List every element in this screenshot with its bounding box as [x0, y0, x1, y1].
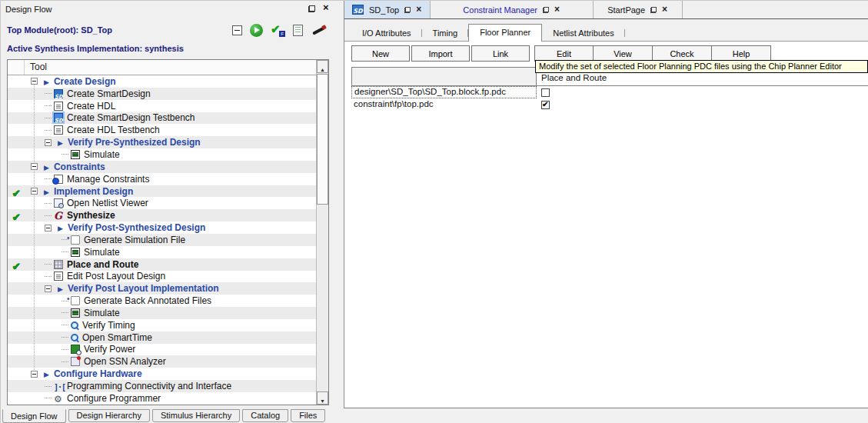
collapse-box-icon[interactable] [31, 78, 38, 85]
tree-row-implement-design[interactable]: Implement Design [8, 185, 316, 198]
simulate-icon [71, 308, 80, 318]
tree-row-status [8, 186, 25, 197]
help-button[interactable]: Help [712, 45, 771, 62]
tree-row-manage-constraints[interactable]: Manage Constraints [8, 173, 316, 185]
hdl-document-icon [54, 271, 63, 281]
tree-connector [62, 251, 68, 252]
design-flow-tree-frame: Tool Create DesignCreate SmartDesignCrea… [7, 59, 329, 405]
close-tab-icon[interactable] [416, 6, 422, 14]
tree-row-verify-pre-synthesized-design[interactable]: Verify Pre-Synthesized Design [8, 136, 316, 148]
tree-row-generate-back-annotated-files[interactable]: Generate Back Annotated Files [8, 295, 316, 307]
tree-row-programming-connectivity-and-interface[interactable]: Programming Connectivity and Interface [8, 380, 316, 392]
bottom-tab-design-hierarchy[interactable]: Design Hierarchy [68, 409, 150, 422]
tree-scrollbar[interactable] [316, 60, 328, 405]
tree-row-content: Create HDL Testbench [25, 125, 160, 135]
tree-item-label: Verify Post Layout Implementation [68, 283, 219, 294]
tree-status-column-header [8, 60, 25, 75]
tree-row-create-smartdesign[interactable]: Create SmartDesign [8, 88, 316, 100]
tree-item-label: Verify Pre-Synthesized Design [68, 137, 201, 148]
scroll-down-icon[interactable] [317, 391, 328, 405]
tree-item-label: Verify Power [84, 344, 135, 355]
tree-connector [62, 349, 68, 350]
tab-timing[interactable]: Timing [422, 25, 469, 41]
tree-row-constraints[interactable]: Constraints [8, 161, 316, 173]
tab-netlist-attributes[interactable]: Netlist Attributes [542, 25, 624, 41]
verify-icon[interactable] [271, 24, 285, 36]
edit-button[interactable]: Edit [534, 45, 594, 62]
category-arrow-icon [58, 137, 63, 148]
import-button[interactable]: Import [411, 45, 470, 62]
tree-row-open-smarttime[interactable]: Open SmartTime [8, 331, 316, 344]
tree-connector [45, 178, 52, 179]
tree-row-simulate[interactable]: Simulate [8, 307, 316, 319]
tree-row-create-hdl-testbench[interactable]: Create HDL Testbench [8, 124, 316, 136]
tree-row-create-design[interactable]: Create Design [8, 75, 316, 88]
bottom-tab-catalog[interactable]: Catalog [242, 409, 288, 422]
collapse-box-icon[interactable] [45, 225, 52, 231]
top-module-label: Top Module(root): SD_Top [7, 25, 112, 35]
tab-i-o-attributes[interactable]: I/O Attributes [351, 25, 422, 41]
tree-row-content: Configure Hardware [25, 368, 142, 379]
ssn-analyzer-icon [71, 357, 80, 366]
float-panel-icon[interactable] [308, 5, 315, 12]
tree-row-verify-power[interactable]: Verify Power [8, 344, 316, 356]
tab-floor-planner[interactable]: Floor Planner [468, 24, 542, 42]
collapse-all-icon[interactable] [232, 25, 242, 35]
place-and-route-checkbox[interactable] [541, 101, 550, 109]
category-arrow-icon [44, 186, 49, 197]
close-panel-icon[interactable] [323, 5, 330, 12]
run-icon[interactable] [250, 24, 263, 37]
tree-row-synthesize[interactable]: Synthesize [8, 209, 316, 221]
tree-row-create-hdl[interactable]: Create HDL [8, 100, 316, 112]
tree-row-create-smartdesign-testbench[interactable]: Create SmartDesign Testbench [8, 112, 316, 125]
collapse-box-icon[interactable] [31, 371, 38, 378]
float-tab-icon[interactable] [404, 7, 411, 13]
document-tab-startpage[interactable]: StartPage [594, 1, 683, 18]
document-tab-sd-top[interactable]: SD_Top [344, 1, 431, 18]
new-button[interactable]: New [351, 45, 410, 62]
scrollbar-thumb[interactable] [317, 74, 328, 205]
tree-row-content: Configure Programmer [25, 393, 161, 404]
tree-row-place-and-route[interactable]: Place and Route [8, 258, 316, 271]
reports-icon[interactable] [293, 25, 303, 36]
bottom-tab-files[interactable]: Files [291, 409, 325, 422]
tree-row-status [8, 259, 25, 270]
collapse-box-icon[interactable] [31, 163, 38, 170]
category-arrow-icon [58, 222, 63, 233]
tools-icon[interactable] [311, 24, 327, 36]
close-tab-icon[interactable] [662, 6, 668, 14]
tree-row-edit-post-layout-design[interactable]: Edit Post Layout Design [8, 271, 316, 283]
tree-row-content: Create HDL [25, 101, 115, 112]
tree-row-generate-simulation-file[interactable]: Generate Simulation File [8, 234, 316, 246]
tree-row-verify-timing[interactable]: Verify Timing [8, 319, 316, 331]
tree-row-verify-post-synthesized-design[interactable]: Verify Post-Synthesized Design [8, 221, 316, 234]
close-tab-icon[interactable] [554, 6, 560, 14]
tree-row-open-ssn-analyzer[interactable]: Open SSN Analyzer [8, 355, 316, 368]
link-button[interactable]: Link [471, 45, 530, 62]
tree-item-label: Manage Constraints [67, 174, 149, 185]
collapse-box-icon[interactable] [45, 139, 52, 146]
place-and-route-checkbox[interactable] [541, 88, 550, 97]
tree-row-configure-programmer[interactable]: Configure Programmer [8, 392, 316, 405]
tree-row-simulate[interactable]: Simulate [8, 148, 316, 161]
document-tab-constraint-manager[interactable]: Constraint Manager [431, 1, 594, 18]
tree-row-open-netlist-viewer[interactable]: Open Netlist Viewer [8, 197, 316, 209]
collapse-box-icon[interactable] [31, 188, 38, 195]
tree-row-verify-post-layout-implementation[interactable]: Verify Post Layout Implementation [8, 282, 316, 295]
generate-file-icon [71, 235, 80, 245]
bottom-tab-design-flow[interactable]: Design Flow [2, 409, 66, 423]
check-button[interactable]: Check [653, 45, 712, 62]
view-button[interactable]: View [594, 45, 653, 62]
float-tab-icon[interactable] [650, 7, 657, 13]
pdc-file-row[interactable]: designer\SD_Top\SD_Top.block.fp.pdc [351, 86, 868, 98]
float-tab-icon[interactable] [543, 7, 549, 13]
scroll-up-icon[interactable] [317, 60, 328, 73]
tree-row-content: Simulate [25, 149, 120, 160]
bottom-tab-stimulus-hierarchy[interactable]: Stimulus Hierarchy [152, 409, 240, 422]
tree-item-label: Open Netlist Viewer [67, 198, 148, 208]
pdc-file-row[interactable]: constraint\fp\top.pdc [351, 98, 868, 111]
tree-row-content: Verify Power [25, 344, 135, 355]
tree-row-configure-hardware[interactable]: Configure Hardware [8, 368, 316, 380]
collapse-box-icon[interactable] [45, 285, 52, 292]
tree-row-simulate[interactable]: Simulate [8, 246, 316, 258]
